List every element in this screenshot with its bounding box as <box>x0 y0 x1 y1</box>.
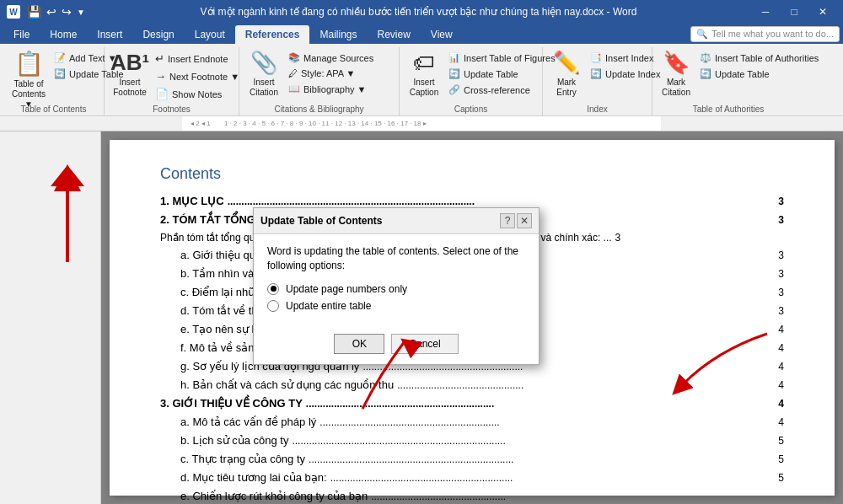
tab-file[interactable]: File <box>3 25 40 44</box>
option-page-numbers[interactable]: Update page numbers only <box>267 283 525 295</box>
insert-tof-icon: 📊 <box>448 52 460 63</box>
dialog-help-btn[interactable]: ? <box>500 213 515 228</box>
toc-item-h1: h. Bản chất và cách sử dụng các nguồn th… <box>160 378 784 391</box>
manage-sources-label: Manage Sources <box>303 53 373 63</box>
dialog-close-btn[interactable]: ✕ <box>517 213 532 228</box>
redo-btn[interactable]: ↪ <box>62 5 72 19</box>
mark-entry-label: MarkEntry <box>556 78 576 98</box>
option-entire-table[interactable]: Update entire table <box>267 300 525 312</box>
insert-citation-icon: 📎 <box>250 50 277 76</box>
tab-view[interactable]: View <box>421 25 463 44</box>
save-btn[interactable]: 💾 <box>27 5 41 19</box>
document-area: Contents 1. MỤC LỤC ....................… <box>101 131 843 504</box>
toc-item-c2: c. Thực trạng của công ty ..............… <box>160 453 784 465</box>
cross-reference-button[interactable]: 🔗 Cross-reference <box>445 83 559 97</box>
group-footnotes: AB¹ InsertFootnote ↵ Insert Endnote → Ne… <box>105 47 239 115</box>
quick-access-toolbar: 💾 ↩ ↪ ▼ <box>27 5 85 19</box>
toc-button[interactable]: 📋 Table ofContents ▼ <box>8 47 49 103</box>
group-authorities: 🔖 MarkCitation ⚖️ Insert Table of Author… <box>652 47 804 115</box>
ok-button[interactable]: OK <box>334 334 384 354</box>
style-icon: 🖊 <box>288 68 298 78</box>
insert-endnote-label: Insert Endnote <box>168 54 228 64</box>
toc-item-3: 3. GIỚI THIỆU VỀ CÔNG TY ...............… <box>160 397 784 410</box>
tab-review[interactable]: Review <box>368 25 421 44</box>
insert-citation-button[interactable]: 📎 InsertCitation <box>244 47 283 103</box>
tab-home[interactable]: Home <box>40 25 87 44</box>
dialog-body: Word is updating the table of contents. … <box>254 234 539 327</box>
insert-auth-icon: ⚖️ <box>700 52 711 63</box>
update-table-cap-label: Update Table <box>464 69 518 79</box>
maximize-btn[interactable]: □ <box>781 3 808 20</box>
cit-group-label: Citations & Bibliography <box>239 103 399 115</box>
auth-col: ⚖️ Insert Table of Authorities 🔄 Update … <box>696 47 822 81</box>
toc-item-e2: e. Chiến lược rút khỏi công ty của bạn .… <box>160 490 784 502</box>
dialog-titlebar: Update Table of Contents ? ✕ <box>254 208 539 234</box>
tab-design[interactable]: Design <box>132 25 184 44</box>
update-table-cap-icon: 🔄 <box>448 68 460 79</box>
toc-icon: 📋 <box>14 50 44 78</box>
undo-btn[interactable]: ↩ <box>46 5 56 19</box>
update-auth-label: Update Table <box>715 69 770 79</box>
group-table-of-contents: 📋 Table ofContents ▼ 📝 Add Text ▼ 🔄 Upda… <box>3 47 105 115</box>
document-page: Contents 1. MỤC LỤC ....................… <box>110 140 835 496</box>
style-button[interactable]: 🖊 Style: APA ▼ <box>285 67 377 80</box>
insert-table-auth-button[interactable]: ⚖️ Insert Table of Authorities <box>696 51 822 65</box>
update-auth-icon: 🔄 <box>700 68 711 79</box>
insert-auth-label: Insert Table of Authorities <box>715 53 819 63</box>
bibliography-button[interactable]: 📖 Bibliography ▼ <box>285 82 377 96</box>
tab-mailings[interactable]: Mailings <box>309 25 367 44</box>
tab-layout[interactable]: Layout <box>185 25 235 44</box>
option-page-numbers-label: Update page numbers only <box>286 283 407 295</box>
navigation-pane <box>0 131 101 504</box>
bibliography-label: Bibliography ▼ <box>303 84 366 94</box>
insert-tof-button[interactable]: 📊 Insert Table of Figures <box>445 51 559 65</box>
insert-endnote-icon: ↵ <box>155 52 164 65</box>
window-title: Với một ngành kinh tế đang có nhiều bước… <box>85 6 752 18</box>
update-table-auth-button[interactable]: 🔄 Update Table <box>696 67 822 81</box>
cross-ref-icon: 🔗 <box>448 84 460 95</box>
tab-insert[interactable]: Insert <box>87 25 132 44</box>
ruler-inner: ◂ 2 ◂ 1 1 · 2 · 3 · 4 · 5 · 6 · 7 · 8 · … <box>182 116 661 131</box>
dialog-controls: ? ✕ <box>500 213 532 228</box>
dialog-footer: OK Cancel <box>254 327 539 364</box>
show-notes-button[interactable]: 📄 Show Notes <box>152 86 243 102</box>
cap-group-label: Captions <box>400 103 542 115</box>
insert-footnote-button[interactable]: AB¹ InsertFootnote <box>110 47 150 103</box>
next-footnote-label: Next Footnote ▼ <box>169 72 239 82</box>
show-notes-label: Show Notes <box>172 89 222 99</box>
minimize-btn[interactable]: ─ <box>752 3 779 20</box>
update-table-cap-button[interactable]: 🔄 Update Table <box>445 67 559 81</box>
word-icon: W <box>7 5 20 19</box>
insert-caption-icon: 🏷 <box>413 50 435 76</box>
idx-group-label: Index <box>543 103 652 115</box>
toc-item-1: 1. MỤC LỤC .............................… <box>160 195 784 207</box>
update-toc-dialog: Update Table of Contents ? ✕ Word is upd… <box>253 207 540 365</box>
cap-col: 📊 Insert Table of Figures 🔄 Update Table… <box>445 47 559 97</box>
close-btn[interactable]: ✕ <box>809 3 836 20</box>
fn-group-label: Footnotes <box>105 103 239 115</box>
insert-caption-button[interactable]: 🏷 InsertCaption <box>405 47 443 103</box>
tab-references[interactable]: References <box>235 25 310 44</box>
toc-group-label: Table of Contents <box>3 103 104 115</box>
insert-citation-label: InsertCitation <box>250 78 278 98</box>
manage-sources-icon: 📚 <box>288 52 300 63</box>
cancel-button[interactable]: Cancel <box>391 334 458 354</box>
insert-footnote-label: InsertFootnote <box>113 78 146 98</box>
mark-citation-button[interactable]: 🔖 MarkCitation <box>658 47 695 103</box>
radio-entire-table[interactable] <box>267 300 279 312</box>
next-footnote-button[interactable]: → Next Footnote ▼ <box>152 68 243 84</box>
radio-page-numbers[interactable] <box>267 283 279 295</box>
ruler: ◂ 2 ◂ 1 1 · 2 · 3 · 4 · 5 · 6 · 7 · 8 · … <box>0 116 843 131</box>
title-bar-left: W 💾 ↩ ↪ ▼ <box>7 5 85 19</box>
toc-item-d2: d. Mục tiêu tương lai của bạn: .........… <box>160 471 784 484</box>
mark-entry-icon: ✏️ <box>553 50 580 76</box>
insert-endnote-button[interactable]: ↵ Insert Endnote <box>152 51 243 67</box>
tell-me-bar[interactable]: 🔍 Tell me what you want to do... <box>690 26 840 42</box>
mark-entry-button[interactable]: ✏️ MarkEntry <box>548 47 585 103</box>
update-index-icon: 🔄 <box>590 68 602 79</box>
manage-sources-button[interactable]: 📚 Manage Sources <box>285 51 377 65</box>
customize-btn[interactable]: ▼ <box>77 8 85 17</box>
cross-ref-label: Cross-reference <box>464 85 530 95</box>
insert-footnote-icon: AB¹ <box>110 50 149 76</box>
mark-citation-label: MarkCitation <box>662 78 690 98</box>
